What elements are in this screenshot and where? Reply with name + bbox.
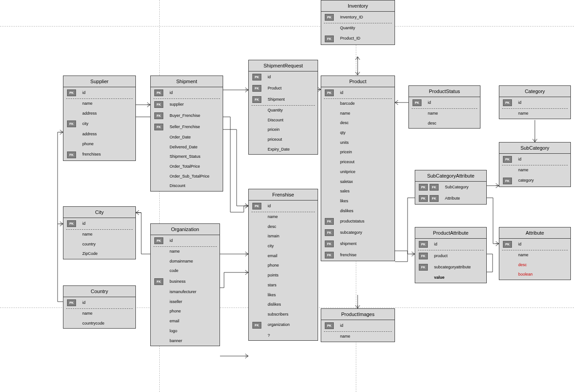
attribute-row[interactable]: address [63, 129, 135, 139]
entity-supplier[interactable]: SupplierPKidnameaddressFKcityaddressphon… [63, 76, 136, 161]
attribute-row[interactable]: Shipment_Status [151, 152, 223, 162]
attribute-row[interactable]: ismain [249, 232, 318, 241]
attribute-row[interactable]: PKid [151, 87, 223, 98]
attribute-row[interactable]: PKid [321, 320, 395, 331]
entity-frenshise[interactable]: FrenshisePKidnamedescismaincityemailphon… [248, 189, 318, 341]
attribute-row[interactable]: priceout [249, 135, 318, 145]
entity-product[interactable]: ProductPKidbarcodenamedescqtyunitspricei… [321, 76, 395, 261]
entity-productstatus[interactable]: ProductStatusPKidnamedesc [408, 85, 480, 129]
entity-country[interactable]: CountryPKidnamecountrycode [63, 285, 136, 329]
attribute-row[interactable]: FKShipment [249, 94, 318, 105]
entity-shipmentrequest[interactable]: ShipmentRequestPKidFKProductFKShipmentQu… [248, 60, 318, 155]
attribute-row[interactable]: ? [249, 331, 318, 341]
attribute-row[interactable]: stars [249, 281, 318, 290]
attribute-row[interactable]: value [415, 273, 486, 283]
attribute-row[interactable]: phone [249, 261, 318, 271]
attribute-row[interactable]: FKcategory [499, 175, 570, 187]
attribute-row[interactable]: points [249, 271, 318, 281]
attribute-row[interactable]: likes [321, 196, 395, 206]
attribute-row[interactable]: desc [499, 260, 570, 270]
attribute-row[interactable]: name [63, 309, 135, 319]
attribute-row[interactable]: PKid [151, 235, 220, 246]
attribute-row[interactable]: Order_Sub_TotalPrice [151, 172, 223, 182]
attribute-row[interactable]: countrycode [63, 319, 135, 329]
attribute-row[interactable]: FKfrenchises [63, 149, 135, 160]
attribute-row[interactable]: Expiry_Date [249, 145, 318, 155]
entity-organization[interactable]: OrganizationPKidnamedomainnamecodeFKbusi… [150, 223, 220, 346]
attribute-row[interactable]: FKSeller_Frenchise [151, 121, 223, 133]
entity-city[interactable]: CityPKidnamecountryZipCode [63, 206, 136, 259]
attribute-row[interactable]: banner [151, 336, 220, 346]
entity-shipment[interactable]: ShipmentPKidFKsupplierFKBuyer_FrenchiseF… [150, 76, 223, 192]
attribute-row[interactable]: country [63, 240, 135, 249]
attribute-row[interactable]: name [63, 99, 135, 109]
attribute-row[interactable]: PKid [63, 87, 135, 98]
attribute-row[interactable]: name [499, 109, 570, 119]
attribute-row[interactable]: pricein [321, 147, 395, 157]
attribute-row[interactable]: name [151, 247, 220, 257]
attribute-row[interactable]: phone [151, 307, 220, 316]
attribute-row[interactable]: subscribers [249, 310, 318, 320]
attribute-row[interactable]: PKid [415, 239, 486, 250]
attribute-row[interactable]: name [321, 109, 395, 119]
attribute-row[interactable]: email [151, 316, 220, 326]
attribute-row[interactable]: PKid [409, 97, 480, 108]
attribute-row[interactable]: FKsupplier [151, 99, 223, 110]
attribute-row[interactable]: isseller [151, 297, 220, 307]
attribute-row[interactable]: Order_TotalPrice [151, 162, 223, 172]
attribute-row[interactable]: unitprice [321, 167, 395, 177]
attribute-row[interactable]: pricein [249, 125, 318, 135]
attribute-row[interactable]: FKproductstatus [321, 216, 395, 227]
attribute-row[interactable]: name [499, 250, 570, 260]
attribute-row[interactable]: domainname [151, 257, 220, 267]
attribute-row[interactable]: logo [151, 326, 220, 336]
entity-subcategoryattribute[interactable]: SubCategoryAttributePKFKSubCategoryPKFKA… [415, 170, 487, 205]
entity-inventory[interactable]: InventoryPKInventory_IDQuantityFKProduct… [321, 0, 395, 45]
attribute-row[interactable]: FKProduct_ID [321, 33, 395, 45]
attribute-row[interactable]: FKshipment [321, 238, 395, 249]
attribute-row[interactable]: name [249, 212, 318, 222]
attribute-row[interactable]: ismanufecturer [151, 287, 220, 297]
attribute-row[interactable]: desc [249, 222, 318, 232]
attribute-row[interactable]: dislikes [321, 206, 395, 216]
attribute-row[interactable]: units [321, 138, 395, 148]
attribute-row[interactable]: PKid [63, 297, 135, 308]
attribute-row[interactable]: FKcity [63, 118, 135, 129]
attribute-row[interactable]: desc [409, 119, 480, 129]
attribute-row[interactable]: ZipCode [63, 249, 135, 259]
attribute-row[interactable]: desc [321, 118, 395, 128]
attribute-row[interactable]: PKid [499, 239, 570, 250]
attribute-row[interactable]: name [499, 165, 570, 175]
attribute-row[interactable]: FKproduct [415, 250, 486, 262]
attribute-row[interactable]: qty [321, 128, 395, 138]
attribute-row[interactable]: Quantity [321, 23, 395, 33]
attribute-row[interactable]: address [63, 109, 135, 119]
attribute-row[interactable]: sales [321, 187, 395, 196]
entity-productattribute[interactable]: ProductAttributePKidFKproductFKsubcatego… [415, 227, 487, 283]
attribute-row[interactable]: barcode [321, 99, 395, 109]
attribute-row[interactable]: priceout [321, 157, 395, 167]
attribute-row[interactable]: PKid [499, 97, 570, 108]
attribute-row[interactable]: dislikes [249, 300, 318, 310]
attribute-row[interactable]: saletax [321, 177, 395, 187]
attribute-row[interactable]: Discount [249, 116, 318, 125]
attribute-row[interactable]: code [151, 266, 220, 276]
attribute-row[interactable]: Discount [151, 181, 223, 191]
attribute-row[interactable]: PKid [63, 218, 135, 229]
attribute-row[interactable]: FKorganization [249, 320, 318, 331]
attribute-row[interactable]: PKid [249, 71, 318, 83]
attribute-row[interactable]: Order_Date [151, 133, 223, 143]
attribute-row[interactable]: Delivered_Date [151, 143, 223, 152]
attribute-row[interactable]: PKFKSubCategory [415, 182, 486, 193]
entity-productimages[interactable]: ProductImagesPKidname [321, 308, 395, 342]
attribute-row[interactable]: Quantity [249, 106, 318, 116]
attribute-row[interactable]: PKFKAttribute [415, 193, 486, 204]
attribute-row[interactable]: likes [249, 290, 318, 300]
attribute-row[interactable]: phone [63, 139, 135, 149]
entity-subcategory[interactable]: SubCategoryPKidnameFKcategory [499, 142, 571, 187]
attribute-row[interactable]: name [409, 109, 480, 119]
attribute-row[interactable]: FKbusiness [151, 276, 220, 287]
attribute-row[interactable]: name [321, 332, 395, 342]
attribute-row[interactable]: PKid [321, 87, 395, 98]
attribute-row[interactable]: FKsubcategoryattribute [415, 262, 486, 273]
